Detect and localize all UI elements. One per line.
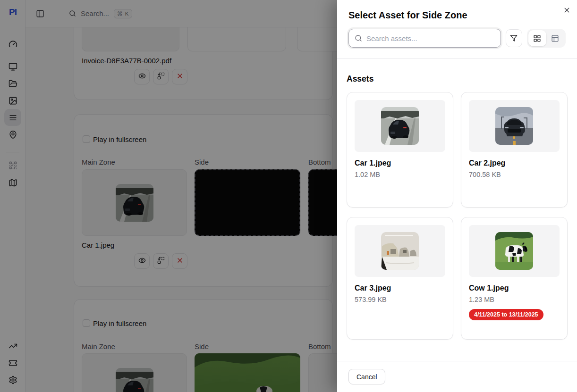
asset-name: Car 3.jpeg bbox=[355, 284, 445, 292]
asset-card-cow-1[interactable]: Cow 1.jpeg 1.23 MB 4/11/2025 to 13/11/20… bbox=[461, 217, 568, 340]
car-3-thumbnail bbox=[381, 232, 419, 270]
asset-size: 700.58 KB bbox=[469, 171, 560, 178]
modal-toolbar bbox=[348, 29, 566, 58]
app-root: PI bbox=[0, 0, 577, 392]
asset-card-car-2[interactable]: Car 2.jpeg 700.58 KB bbox=[461, 92, 568, 208]
asset-card-car-1[interactable]: Car 1.jpeg 1.02 MB bbox=[347, 92, 453, 208]
search-icon bbox=[355, 34, 362, 42]
asset-grid: Car 1.jpeg 1.02 MB Car 2.jpeg 700.58 KB bbox=[347, 92, 568, 340]
asset-size: 573.99 KB bbox=[355, 296, 445, 303]
modal-header: Select Asset for Side Zone bbox=[337, 0, 577, 58]
asset-thumb-container bbox=[469, 225, 560, 277]
asset-search-input[interactable] bbox=[366, 34, 495, 42]
asset-size: 1.23 MB bbox=[469, 296, 560, 303]
close-button[interactable] bbox=[562, 6, 571, 14]
asset-size: 1.02 MB bbox=[355, 171, 445, 178]
select-asset-modal: Select Asset for Side Zone bbox=[337, 0, 577, 392]
cow-1-thumbnail bbox=[495, 232, 533, 270]
filter-button[interactable] bbox=[506, 29, 522, 47]
car-2-thumbnail bbox=[495, 107, 533, 145]
schedule-badge: 4/11/2025 to 13/11/2025 bbox=[469, 309, 543, 320]
grid-view-button[interactable] bbox=[528, 30, 546, 46]
close-icon bbox=[563, 6, 571, 14]
asset-name: Cow 1.jpeg bbox=[469, 284, 560, 292]
modal-body: Assets Car 1.jpeg 1.02 MB bbox=[337, 59, 577, 361]
car-1-thumbnail bbox=[381, 107, 419, 145]
modal-title: Select Asset for Side Zone bbox=[348, 10, 566, 21]
asset-name: Car 2.jpeg bbox=[469, 159, 560, 167]
asset-card-car-3[interactable]: Car 3.jpeg 573.99 KB bbox=[347, 217, 453, 340]
asset-thumb-container bbox=[355, 100, 445, 152]
view-toggle bbox=[527, 29, 566, 48]
cancel-button[interactable]: Cancel bbox=[348, 369, 385, 384]
grid-view-icon bbox=[533, 34, 541, 42]
modal-footer: Cancel bbox=[337, 361, 577, 392]
assets-section-heading: Assets bbox=[347, 74, 568, 84]
asset-name: Car 1.jpeg bbox=[355, 159, 445, 167]
asset-thumb-container bbox=[469, 100, 560, 152]
filter-icon bbox=[510, 34, 518, 42]
table-view-icon bbox=[551, 34, 559, 42]
asset-thumb-container bbox=[355, 225, 445, 277]
asset-search-box bbox=[348, 29, 501, 48]
table-view-button[interactable] bbox=[546, 30, 564, 46]
